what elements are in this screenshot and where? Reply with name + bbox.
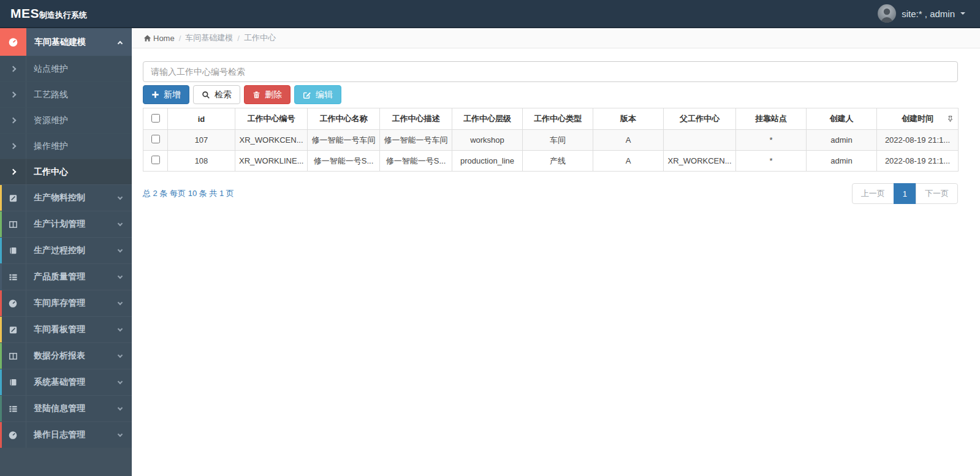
- sidebar-item-label: 数据分析报表: [34, 350, 85, 361]
- cell: [664, 130, 736, 151]
- user-label: site:* , admin: [902, 9, 955, 19]
- column-header-code: 工作中心编号: [235, 108, 308, 130]
- pencil-square-icon: [0, 185, 26, 211]
- cell: 修一智能一号S...: [308, 151, 380, 172]
- accent-strip: [0, 264, 2, 290]
- sidebar-item-3[interactable]: 产品质量管理: [0, 263, 132, 290]
- home-icon: [143, 34, 151, 42]
- sidebar-subitem-2[interactable]: 资源维护: [0, 107, 132, 133]
- row-checkbox[interactable]: [151, 135, 160, 143]
- breadcrumb-item-workshop-modeling[interactable]: 车间基础建模: [185, 32, 233, 43]
- list-icon: [0, 264, 26, 290]
- sidebar-subitem-4[interactable]: 工作中心: [0, 159, 132, 184]
- sidebar-subitem-label: 站点维护: [26, 56, 132, 81]
- accent-strip: [0, 238, 2, 263]
- user-menu[interactable]: site:* , admin: [878, 4, 980, 23]
- chevron-right-icon: [0, 134, 26, 159]
- sidebar-item-0[interactable]: 生产物料控制: [0, 184, 132, 211]
- sidebar-subitem-0[interactable]: 站点维护: [0, 56, 132, 81]
- pagination-summary: 总 2 条 每页 10 条 共 1 页: [143, 188, 234, 199]
- accent-strip: [0, 369, 2, 395]
- delete-button[interactable]: 删除: [244, 85, 291, 104]
- search-button[interactable]: 检索: [193, 85, 240, 104]
- sidebar-item-6[interactable]: 数据分析报表: [0, 342, 132, 369]
- sidebar-item-4[interactable]: 车间库存管理: [0, 290, 132, 316]
- cell: A: [593, 130, 664, 151]
- book-icon: [0, 238, 26, 263]
- sidebar-item-8[interactable]: 登陆信息管理: [0, 395, 132, 421]
- chevron-down-icon: [118, 273, 123, 278]
- sidebar-subitem-3[interactable]: 操作维护: [0, 133, 132, 159]
- app-logo: MES制造执行系统: [0, 6, 87, 21]
- app-logo-mes: MES: [10, 6, 39, 21]
- next-page-button[interactable]: 下一页: [916, 183, 958, 204]
- sidebar-subitem-1[interactable]: 工艺路线: [0, 81, 132, 107]
- add-button[interactable]: 新增: [143, 85, 189, 104]
- chevron-down-icon: [118, 194, 123, 199]
- top-navbar: MES制造执行系统 site:* , admin: [0, 0, 980, 28]
- accent-strip: [0, 185, 2, 211]
- cell: 车间: [523, 130, 593, 151]
- edit-button[interactable]: 编辑: [294, 85, 341, 104]
- cell: XR_WORKCEN...: [664, 151, 736, 172]
- cell: admin: [807, 130, 877, 151]
- sidebar-item-2[interactable]: 生产过程控制: [0, 237, 132, 263]
- select-all-checkbox[interactable]: [151, 114, 160, 123]
- breadcrumb: Home / 车间基础建模 / 工作中心: [132, 28, 980, 48]
- chevron-down-icon: [118, 221, 123, 225]
- sidebar-item-label: 车间库存管理: [34, 298, 85, 309]
- accent-strip: [0, 422, 2, 448]
- caret-down-icon: [960, 12, 965, 15]
- pin-icon[interactable]: [947, 115, 954, 123]
- chevron-right-icon: [0, 82, 26, 107]
- column-header-creator: 创建人: [807, 108, 877, 130]
- chevron-down-icon: [118, 247, 123, 252]
- sidebar-parent-label: 车间基础建模: [34, 37, 86, 48]
- sidebar-item-label: 生产物料控制: [34, 192, 85, 203]
- breadcrumb-home[interactable]: Home: [143, 34, 175, 43]
- sidebar-item-1[interactable]: 生产计划管理: [0, 211, 132, 237]
- sidebar-item-label: 生产计划管理: [34, 219, 85, 230]
- cell: production_line: [452, 151, 523, 172]
- cell: 产线: [523, 151, 593, 172]
- sidebar-item-9[interactable]: 操作日志管理: [0, 421, 132, 448]
- chevron-down-icon: [118, 352, 123, 357]
- sidebar-item-label: 生产过程控制: [34, 245, 85, 256]
- toolbar: 新增 检索 删除: [143, 85, 958, 104]
- dashboard-icon: [0, 290, 26, 316]
- dashboard-icon: [0, 422, 26, 448]
- table-row-0[interactable]: 107XR_WORKCEN...修一智能一号车间修一智能一号车间workshop…: [143, 130, 959, 151]
- sidebar-subitem-label: 工作中心: [26, 159, 132, 184]
- cell: XR_WORKLINE...: [235, 151, 308, 172]
- breadcrumb-separator: /: [237, 34, 240, 43]
- pencil-square-icon: [0, 317, 26, 342]
- main-area: Home / 车间基础建模 / 工作中心 新增 检索: [132, 28, 980, 476]
- column-header-name: 工作中心名称: [308, 108, 380, 130]
- sidebar-item-label: 产品质量管理: [34, 271, 85, 282]
- prev-page-button[interactable]: 上一页: [852, 183, 894, 204]
- sidebar-item-label: 系统基础管理: [34, 377, 85, 388]
- sidebar-item-workshop-modeling[interactable]: 车间基础建模: [0, 28, 132, 56]
- cell: admin: [807, 151, 877, 172]
- row-checkbox[interactable]: [151, 156, 160, 164]
- person-silhouette-icon: [878, 4, 896, 23]
- accent-strip: [0, 396, 2, 421]
- app-logo-subtitle: 制造执行系统: [39, 10, 87, 21]
- table-row-1[interactable]: 108XR_WORKLINE...修一智能一号S...修一智能一号S...pro…: [143, 151, 959, 172]
- breadcrumb-separator: /: [179, 34, 181, 43]
- user-avatar[interactable]: [878, 4, 896, 23]
- select-all-cell: [143, 108, 168, 130]
- plus-icon: [151, 91, 159, 99]
- trash-icon: [253, 91, 260, 99]
- sidebar-item-7[interactable]: 系统基础管理: [0, 369, 132, 395]
- column-header-parent: 父工作中心: [664, 108, 736, 130]
- page-1-button[interactable]: 1: [894, 183, 916, 204]
- content: 新增 检索 删除: [132, 61, 980, 204]
- accent-strip: [0, 343, 2, 369]
- chevron-down-icon: [118, 326, 123, 331]
- row-select-cell: [143, 130, 168, 151]
- sidebar-item-5[interactable]: 车间看板管理: [0, 316, 132, 342]
- columns-icon: [0, 343, 26, 369]
- chevron-right-icon: [0, 56, 26, 81]
- work-center-search-input[interactable]: [143, 61, 958, 82]
